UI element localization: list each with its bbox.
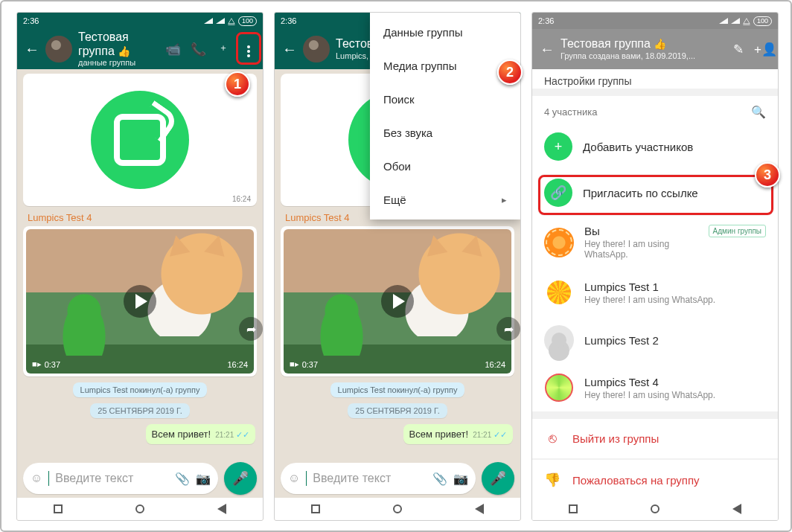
message-input-bar: ☺ Введите текст 📎 📷 🎤 [281, 462, 514, 495]
nav-home-icon[interactable] [135, 504, 144, 513]
step-badge-1: 1 [225, 71, 250, 97]
overflow-menu: Данные группы Медиа группы Поиск Без зву… [370, 13, 520, 219]
camera-icon[interactable]: 📷 [196, 472, 211, 486]
back-icon[interactable]: ← [25, 41, 39, 58]
chevron-right-icon: ▸ [502, 194, 507, 205]
message-time: 16:24 [232, 195, 251, 203]
thumb-emoji: 👍 [118, 45, 130, 57]
step-badge-3: 3 [755, 162, 780, 188]
message-input[interactable]: ☺ Введите текст 📎 📷 [281, 463, 476, 494]
status-bar: 2:36 ⧋100 [17, 13, 263, 29]
search-icon[interactable]: 🔍 [751, 105, 766, 119]
avatar-you [544, 228, 574, 257]
video-duration: ■▸0:37 [32, 359, 60, 369]
back-icon[interactable]: ← [540, 41, 555, 58]
exit-group-row[interactable]: ⎋ Выйти из группы [532, 419, 778, 458]
admin-badge: Aдмин группы [709, 225, 766, 237]
play-icon[interactable] [124, 285, 156, 318]
exit-icon: ⎋ [544, 431, 561, 446]
avatar-4 [544, 373, 574, 403]
group-created-subtitle: Группа создана вами, 18.09.2019,... [561, 51, 723, 61]
status-time: 2:36 [281, 16, 296, 25]
video-call-icon[interactable]: 📹 [163, 42, 182, 57]
add-participants-row[interactable]: + Добавить участников [532, 124, 778, 170]
menu-item-more[interactable]: Ещё▸ [370, 183, 520, 217]
android-nav-bar [17, 498, 263, 520]
participant-4[interactable]: Lumpics Test 4Hey there! I am using What… [532, 364, 778, 411]
sender-name: Lumpics Test 4 [23, 206, 257, 226]
phone-menu-screen: 2:36 ⧋100 ← Тестовая группа Lumpics, Lum… [274, 12, 521, 521]
play-icon[interactable] [381, 285, 414, 318]
system-message-left: Lumpics Test покинул(-а) группу [23, 382, 257, 397]
attach-icon[interactable]: 📎 [432, 472, 447, 486]
menu-item-search[interactable]: Поиск [370, 83, 520, 116]
chat-scroll[interactable]: 16:24 Lumpics Test 4 ■▸0:37 16:24 ➦ Lump… [17, 69, 263, 520]
message-input[interactable]: ☺ Введите текст 📎 📷 [23, 463, 218, 494]
phone-group-info-screen: 2:36 ⧋100 ← Тестовая группа 👍 Группа соз… [531, 12, 779, 521]
report-group-row[interactable]: 👎 Пожаловаться на группу [532, 460, 778, 500]
video-time: 16:24 [227, 360, 248, 369]
android-nav-bar [275, 498, 520, 520]
add-call-icon[interactable]: ＋ [214, 42, 233, 54]
participant-2[interactable]: Lumpics Test 2 [532, 316, 778, 364]
add-person-icon: + [544, 132, 572, 161]
outgoing-message[interactable]: Всем привет!21:21 ✓✓ [25, 424, 255, 444]
input-placeholder: Введите текст [55, 472, 169, 485]
video-message[interactable]: ■▸0:37 16:24 ➦ [23, 226, 257, 376]
status-icons: ⧋100 [204, 16, 257, 26]
forward-icon[interactable]: ➦ [239, 317, 263, 341]
avatar-2 [544, 325, 574, 355]
video-thumbnail: ■▸0:37 16:24 [26, 229, 254, 374]
mic-button[interactable]: 🎤 [482, 462, 514, 495]
video-message[interactable]: ■▸0:37 16:24 ➦ [281, 226, 514, 376]
chat-app-bar: ← Тестовая группа 👍 данные группы 📹 📞 ＋ [17, 29, 263, 69]
back-icon[interactable]: ← [282, 41, 297, 58]
avatar-1 [544, 278, 574, 307]
mic-button[interactable]: 🎤 [224, 462, 257, 495]
image-message[interactable]: 16:24 [23, 74, 257, 206]
group-settings-row[interactable]: Настройки группы [532, 69, 778, 89]
menu-item-mute[interactable]: Без звука [370, 116, 520, 150]
group-info-body[interactable]: Настройки группы 4 участника 🔍 + Добавит… [532, 69, 778, 520]
status-time: 2:36 [23, 16, 39, 25]
group-avatar[interactable] [303, 36, 330, 63]
message-input-bar: ☺ Введите текст 📎 📷 🎤 [23, 462, 257, 495]
participant-you[interactable]: ВыHey there! I am using WhatsApp. Aдмин … [532, 216, 778, 269]
group-avatar[interactable] [45, 36, 72, 63]
info-title-block: Тестовая группа 👍 Группа создана вами, 1… [561, 37, 723, 60]
info-app-bar: ← Тестовая группа 👍 Группа создана вами,… [532, 29, 778, 69]
menu-item-group-info[interactable]: Данные группы [370, 16, 520, 49]
whatsapp-logo-image [26, 77, 254, 203]
participants-header: 4 участника 🔍 [532, 96, 778, 124]
menu-item-wallpaper[interactable]: Обои [370, 150, 520, 183]
group-subtitle: данные группы [78, 58, 157, 68]
invite-link-row[interactable]: 🔗 Пригласить по ссылке [532, 170, 778, 216]
read-ticks-icon: ✓✓ [236, 430, 249, 439]
emoji-icon[interactable]: ☺ [31, 472, 42, 485]
edit-icon[interactable]: ✎ [729, 42, 748, 57]
emoji-icon[interactable]: ☺ [288, 472, 300, 485]
mic-icon: 🎤 [232, 470, 249, 487]
more-vert-icon [247, 50, 250, 53]
more-options-button[interactable] [239, 42, 258, 57]
participant-1[interactable]: Lumpics Test 1Hey there! I am using What… [532, 269, 778, 316]
forward-icon[interactable]: ➦ [496, 317, 520, 341]
step-badge-2: 2 [497, 60, 523, 85]
chat-title-block[interactable]: Тестовая группа 👍 данные группы [78, 31, 157, 67]
add-member-icon[interactable]: +👤 [754, 42, 773, 57]
videocam-icon: ■▸ [32, 359, 42, 369]
camera-icon[interactable]: 📷 [453, 472, 468, 486]
android-nav-bar [532, 498, 778, 520]
link-icon: 🔗 [544, 179, 572, 207]
thumbs-down-icon: 👎 [544, 472, 561, 488]
attach-icon[interactable]: 📎 [175, 472, 190, 486]
date-separator: 25 СЕНТЯБРЯ 2019 Г. [23, 403, 257, 418]
nav-recent-icon[interactable] [54, 504, 63, 513]
nav-back-icon[interactable] [217, 504, 226, 514]
status-bar: 2:36 ⧋100 [532, 13, 778, 29]
voice-call-icon[interactable]: 📞 [188, 42, 208, 57]
